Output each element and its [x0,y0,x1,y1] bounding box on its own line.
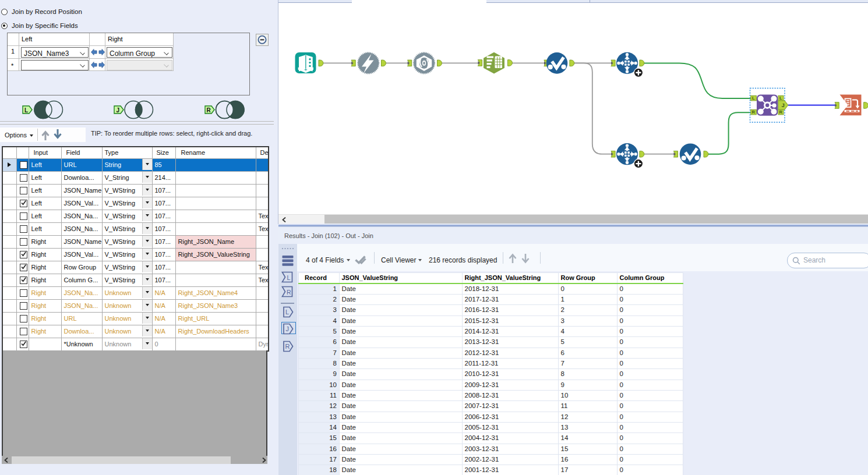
svg-text:R: R [752,109,756,115]
svg-text:J: J [782,102,785,108]
svg-text:R: R [287,289,291,296]
svg-text:L: L [779,95,782,101]
svg-text:R: R [207,107,211,114]
svg-text:L: L [287,274,291,281]
svg-text:R: R [285,343,290,350]
svg-text:J: J [286,325,290,332]
svg-text:L: L [752,95,755,101]
svg-text:L: L [24,107,28,114]
svg-text:L: L [285,309,289,316]
svg-text:R: R [779,109,783,115]
svg-text:J: J [117,107,120,114]
